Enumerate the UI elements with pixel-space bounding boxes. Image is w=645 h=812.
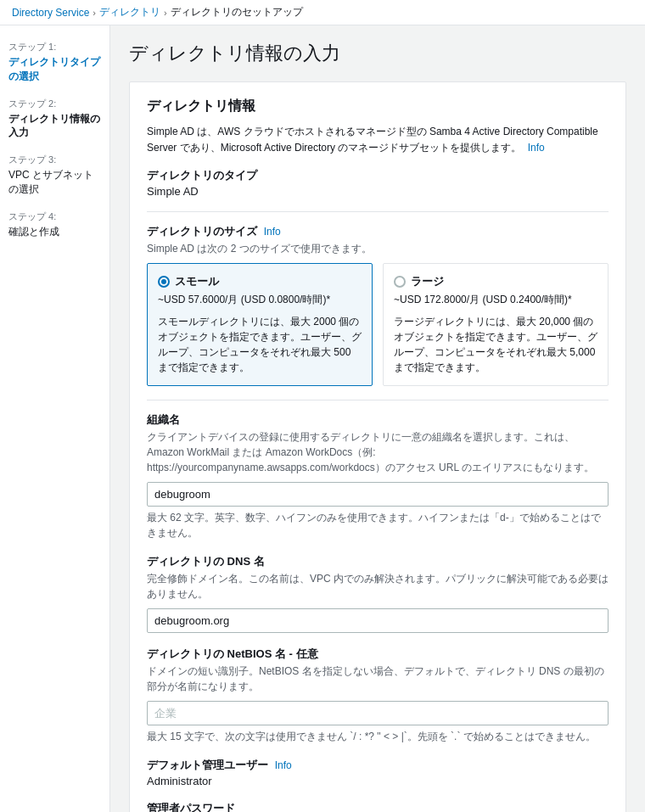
divider-1 bbox=[147, 211, 609, 212]
admin-user-field: デフォルト管理ユーザー Info Administrator bbox=[147, 758, 609, 787]
divider-2 bbox=[147, 400, 609, 400]
breadcrumb: Directory Service › ディレクトリ › ディレクトリのセットア… bbox=[0, 0, 645, 25]
dns-name-input[interactable] bbox=[147, 608, 609, 633]
netbios-input[interactable] bbox=[147, 701, 609, 725]
small-header: スモール bbox=[158, 274, 362, 289]
step-2-label: ステップ 2: bbox=[8, 98, 101, 110]
large-price: ~USD 172.8000/月 (USD 0.2400/時間)* bbox=[394, 293, 597, 307]
directory-info-card: ディレクトリ情報 Simple AD は、AWS クラウドでホストされるマネージ… bbox=[129, 81, 626, 812]
sidebar-step-3[interactable]: ステップ 3: VPC とサブネットの選択 bbox=[8, 154, 101, 197]
dns-name-label: ディレクトリの DNS 名 bbox=[147, 554, 609, 569]
password-label: 管理者パスワード bbox=[147, 801, 609, 812]
sidebar-step-4[interactable]: ステップ 4: 確認と作成 bbox=[8, 210, 101, 239]
small-price: ~USD 57.6000/月 (USD 0.0800/時間)* bbox=[158, 293, 362, 307]
dns-name-field: ディレクトリの DNS 名 完全修飾ドメイン名。この名前は、VPC 内でのみ解決… bbox=[147, 554, 609, 633]
directory-size-field: ディレクトリのサイズ Info Simple AD は次の 2 つのサイズで使用… bbox=[147, 224, 609, 386]
small-title: スモール bbox=[175, 274, 219, 289]
dns-name-desc: 完全修飾ドメイン名。この名前は、VPC 内でのみ解決されます。パブリックに解決可… bbox=[147, 571, 609, 602]
netbios-desc: ドメインの短い識別子。NetBIOS 名を指定しない場合、デフォルトで、ディレク… bbox=[147, 664, 609, 694]
large-desc: ラージディレクトリには、最大 20,000 個のオブジェクトを指定できます。ユー… bbox=[394, 314, 597, 375]
sidebar-step-2[interactable]: ステップ 2: ディレクトリ情報の入力 bbox=[8, 98, 101, 141]
step-3-label: ステップ 3: bbox=[8, 154, 101, 166]
org-name-field: 組織名 クライアントデバイスの登録に使用するディレクトリに一意の組織名を選択しま… bbox=[147, 412, 609, 540]
sidebar-step-1[interactable]: ステップ 1: ディレクトリタイプの選択 bbox=[8, 41, 101, 84]
step-4-label: ステップ 4: bbox=[8, 210, 101, 223]
password-field: 管理者パスワード Administrator という名前のデフォルト管理ユーザー… bbox=[147, 801, 609, 812]
directory-type-field: ディレクトリのタイプ Simple AD bbox=[147, 168, 609, 198]
directory-type-label: ディレクトリのタイプ bbox=[147, 168, 609, 183]
org-name-desc: クライアントデバイスの登録に使用するディレクトリに一意の組織名を選択します。これ… bbox=[147, 429, 609, 475]
main-panel: ディレクトリ情報の入力 ディレクトリ情報 Simple AD は、AWS クラウ… bbox=[110, 25, 645, 812]
size-option-small[interactable]: スモール ~USD 57.6000/月 (USD 0.0800/時間)* スモー… bbox=[147, 263, 373, 386]
breadcrumb-sep-1: › bbox=[93, 8, 96, 18]
size-info-link[interactable]: Info bbox=[264, 226, 281, 238]
step-4-title: 確認と作成 bbox=[8, 225, 101, 239]
main-layout: ステップ 1: ディレクトリタイプの選択 ステップ 2: ディレクトリ情報の入力… bbox=[0, 25, 645, 812]
netbios-field: ディレクトリの NetBIOS 名 - 任意 ドメインの短い識別子。NetBIO… bbox=[147, 647, 609, 744]
step-2-title: ディレクトリ情報の入力 bbox=[8, 112, 101, 141]
sidebar: ステップ 1: ディレクトリタイプの選択 ステップ 2: ディレクトリ情報の入力… bbox=[0, 25, 110, 812]
org-name-label: 組織名 bbox=[147, 412, 609, 428]
small-desc: スモールディレクトリには、最大 2000 個のオブジェクトを指定できます。ユーザ… bbox=[158, 314, 362, 375]
card-info-link[interactable]: Info bbox=[528, 142, 545, 154]
breadcrumb-directory[interactable]: ディレクトリ bbox=[99, 5, 160, 20]
step-1-title: ディレクトリタイプの選択 bbox=[8, 55, 101, 84]
card-title: ディレクトリ情報 bbox=[147, 98, 609, 115]
org-name-input[interactable] bbox=[147, 482, 609, 507]
netbios-hint: 最大 15 文字で、次の文字は使用できません `/ : *? " < > |`。… bbox=[147, 729, 609, 744]
directory-size-label: ディレクトリのサイズ Info bbox=[147, 224, 609, 239]
admin-user-info-link[interactable]: Info bbox=[275, 759, 292, 771]
page-title: ディレクトリ情報の入力 bbox=[129, 41, 626, 66]
breadcrumb-setup: ディレクトリのセットアップ bbox=[171, 5, 303, 20]
small-radio[interactable] bbox=[158, 276, 170, 288]
size-option-large[interactable]: ラージ ~USD 172.8000/月 (USD 0.2400/時間)* ラージ… bbox=[383, 263, 609, 386]
org-name-hint: 最大 62 文字。英字、数字、ハイフンのみを使用できます。ハイフンまたは「d-」… bbox=[147, 510, 609, 540]
step-1-label: ステップ 1: bbox=[8, 41, 101, 53]
directory-type-value: Simple AD bbox=[147, 185, 609, 198]
large-title: ラージ bbox=[411, 274, 444, 289]
admin-user-label: デフォルト管理ユーザー Info bbox=[147, 758, 609, 773]
netbios-label: ディレクトリの NetBIOS 名 - 任意 bbox=[147, 647, 609, 662]
size-desc: Simple AD は次の 2 つのサイズで使用できます。 bbox=[147, 241, 609, 256]
breadcrumb-directory-service[interactable]: Directory Service bbox=[12, 7, 89, 19]
step-3-title: VPC とサブネットの選択 bbox=[8, 168, 101, 197]
admin-user-value: Administrator bbox=[147, 775, 609, 787]
size-options: スモール ~USD 57.6000/月 (USD 0.0800/時間)* スモー… bbox=[147, 263, 609, 386]
breadcrumb-sep-2: › bbox=[164, 8, 167, 18]
card-description: Simple AD は、AWS クラウドでホストされるマネージド型の Samba… bbox=[147, 124, 609, 156]
large-header: ラージ bbox=[394, 274, 597, 289]
large-radio[interactable] bbox=[394, 276, 406, 288]
